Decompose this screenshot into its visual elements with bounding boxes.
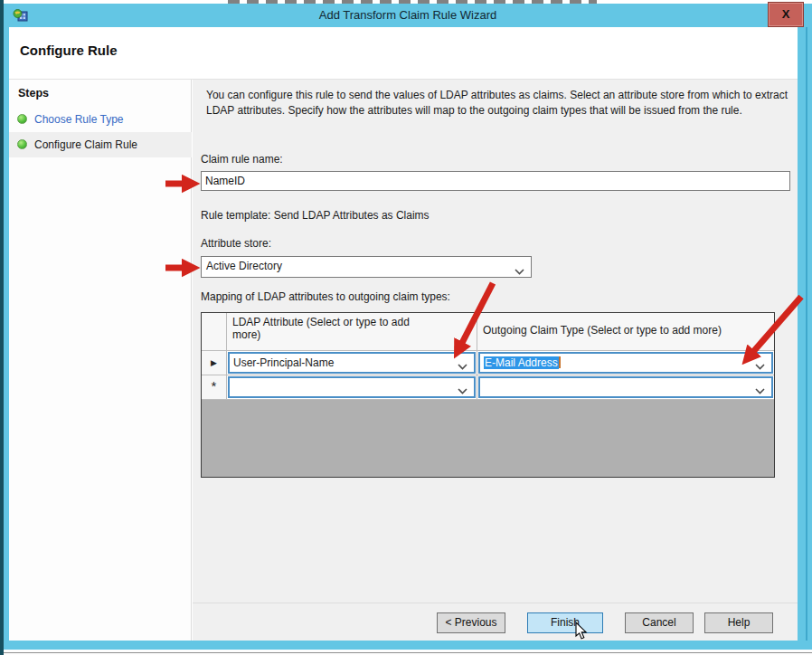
- chevron-down-icon: [458, 360, 467, 373]
- table-cell: User-Principal-Name: [227, 351, 477, 375]
- ldap-attribute-dropdown-row2[interactable]: [228, 376, 476, 398]
- mapping-label: Mapping of LDAP attributes to outgoing c…: [201, 290, 450, 303]
- page-title: Configure Rule: [20, 43, 118, 58]
- close-button[interactable]: X: [768, 2, 804, 27]
- attribute-store-dropdown[interactable]: Active Directory: [201, 256, 532, 278]
- rule-description: You can configure this rule to send the …: [206, 88, 796, 118]
- claim-rule-name-input[interactable]: [201, 171, 790, 191]
- chevron-down-icon: [515, 265, 524, 278]
- dialog-right-edge-line: [806, 27, 807, 650]
- title-bar[interactable]: Add Transform Claim Rule Wizard: [4, 4, 812, 27]
- screen: Add Transform Claim Rule Wizard X Config…: [0, 0, 812, 655]
- steps-heading: Steps: [18, 87, 49, 100]
- claim-rule-name-label: Claim rule name:: [201, 153, 283, 166]
- column-header-label: Outgoing Claim Type (Select or type to a…: [483, 324, 722, 337]
- table-cell: [477, 375, 774, 400]
- background-window-bottom-strip: [0, 650, 812, 655]
- sidebar-item-configure-claim-rule[interactable]: Configure Claim Rule: [9, 132, 192, 157]
- step-label: Choose Rule Type: [34, 113, 124, 126]
- header-cell-marker: [202, 313, 227, 351]
- attribute-store-label: Attribute store:: [201, 237, 271, 250]
- step-label: Configure Claim Rule: [34, 138, 137, 151]
- rule-template-text: Rule template: Send LDAP Attributes as C…: [201, 209, 430, 222]
- chevron-down-icon: [755, 360, 765, 373]
- chevron-down-icon: [458, 384, 467, 397]
- header-cell-ldap-attribute: LDAP Attribute (Select or type to add mo…: [227, 313, 477, 351]
- column-header-label: LDAP Attribute (Select or type to add mo…: [232, 316, 431, 341]
- help-button[interactable]: Help: [704, 612, 773, 633]
- chevron-down-icon: [755, 384, 765, 397]
- current-row-icon: ▶: [202, 351, 226, 375]
- row-marker-cell: *: [202, 375, 227, 400]
- dialog-bottom-border: [4, 641, 812, 650]
- header-cell-outgoing-claim-type: Outgoing Claim Type (Select or type to a…: [477, 313, 774, 351]
- steps-sidebar: Steps Choose Rule Type Configure Claim R…: [9, 80, 192, 641]
- attribute-store-value: Active Directory: [206, 260, 282, 272]
- window-title: Add Transform Claim Rule Wizard: [4, 8, 812, 22]
- dialog-right-border: [798, 27, 812, 650]
- table-cell: E-Mail Address: [477, 351, 774, 375]
- sidebar-item-choose-rule-type[interactable]: Choose Rule Type: [9, 107, 192, 132]
- row-marker-cell: ▶: [202, 351, 227, 375]
- background-bottom-line: [0, 652, 812, 653]
- outgoing-claim-type-dropdown-row1[interactable]: E-Mail Address: [478, 352, 773, 374]
- new-row-icon: *: [202, 375, 226, 397]
- outgoing-claim-type-value-selected: E-Mail Address: [484, 356, 559, 369]
- finish-button[interactable]: Finish: [527, 612, 603, 633]
- text-caret: [559, 356, 561, 368]
- table-cell: [227, 375, 477, 400]
- mapping-table: LDAP Attribute (Select or type to add mo…: [201, 312, 775, 478]
- step-completed-icon: [17, 114, 27, 124]
- cancel-button[interactable]: Cancel: [625, 612, 694, 633]
- step-completed-icon: [17, 139, 27, 149]
- previous-button[interactable]: < Previous: [437, 612, 505, 633]
- ldap-attribute-dropdown-row1[interactable]: User-Principal-Name: [228, 352, 476, 374]
- table-empty-area: [202, 400, 774, 477]
- outgoing-claim-type-dropdown-row2[interactable]: [478, 376, 773, 398]
- ldap-attribute-value: User-Principal-Name: [233, 356, 334, 369]
